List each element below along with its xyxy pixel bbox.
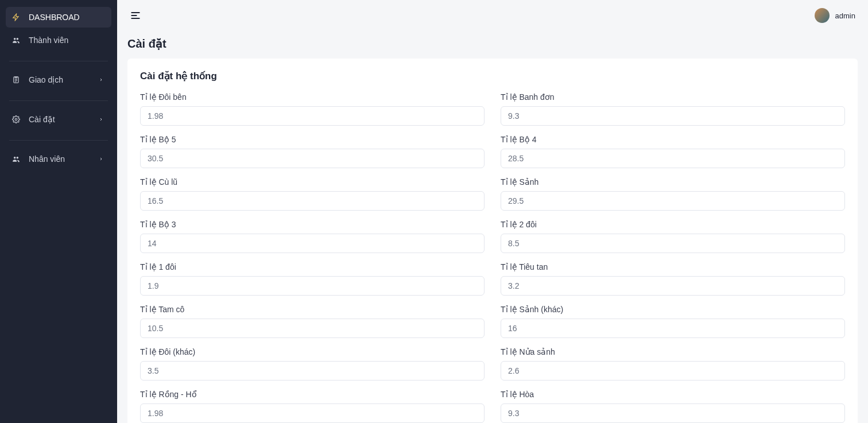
field-input[interactable] [140, 276, 485, 296]
svg-point-5 [17, 157, 18, 159]
form-field: Tỉ lệ Nửa sảnh [501, 347, 845, 381]
field-label: Tỉ lệ Đôi bên [140, 92, 485, 102]
field-input[interactable] [140, 191, 485, 211]
field-input[interactable] [140, 319, 485, 338]
users-icon [11, 36, 21, 45]
settings-card: Cài đặt hệ thống Tỉ lệ Đôi bênTỉ lệ Banh… [127, 59, 858, 423]
form-field: Tỉ lệ Tam cô [140, 305, 485, 338]
sidebar: DASHBROAD Thành viên Giao dịch Cài đặt [0, 0, 117, 423]
field-input[interactable] [140, 403, 485, 423]
form-field: Tỉ lệ Hòa [501, 390, 845, 423]
field-label: Tỉ lệ Sảnh [501, 177, 845, 187]
gear-icon [11, 115, 21, 124]
sidebar-divider [9, 140, 108, 141]
field-label: Tỉ lệ Tiêu tan [501, 262, 845, 271]
form-field: Tỉ lệ Rồng - Hổ [140, 390, 485, 423]
app: DASHBROAD Thành viên Giao dịch Cài đặt [0, 0, 868, 423]
sidebar-item-transactions[interactable]: Giao dịch [6, 69, 111, 90]
settings-form: Tỉ lệ Đôi bênTỉ lệ Banh đơnTỉ lệ Bộ 5Tỉ … [140, 92, 845, 423]
user-name: admin [835, 11, 855, 20]
field-input[interactable] [501, 149, 845, 168]
form-field: Tỉ lệ Đôi (khác) [140, 347, 485, 381]
field-label: Tỉ lệ Banh đơn [501, 92, 845, 102]
avatar [815, 8, 830, 23]
field-label: Tỉ lệ Bộ 3 [140, 220, 485, 229]
menu-toggle-button[interactable] [127, 7, 144, 24]
form-field: Tỉ lệ Cù lũ [140, 177, 485, 211]
svg-point-4 [14, 157, 16, 159]
field-label: Tỉ lệ Hòa [501, 390, 845, 399]
form-field: Tỉ lệ Tiêu tan [501, 262, 845, 296]
form-field: Tỉ lệ Sảnh [501, 177, 845, 211]
staff-icon [11, 154, 21, 164]
field-input[interactable] [501, 234, 845, 253]
field-input[interactable] [140, 234, 485, 253]
sidebar-divider [9, 61, 108, 61]
field-label: Tỉ lệ Sảnh (khác) [501, 305, 845, 314]
sidebar-item-label: Cài đặt [29, 115, 88, 124]
sidebar-item-label: Nhân viên [29, 154, 88, 164]
sidebar-item-staff[interactable]: Nhân viên [6, 149, 111, 169]
user-menu[interactable]: admin [815, 8, 855, 23]
field-input[interactable] [501, 106, 845, 126]
sidebar-item-label: Thành viên [29, 36, 106, 45]
clipboard-icon [11, 75, 21, 84]
form-field: Tỉ lệ 2 đôi [501, 220, 845, 253]
field-label: Tỉ lệ Nửa sảnh [501, 347, 845, 356]
bolt-icon [11, 13, 21, 22]
form-field: Tỉ lệ Bộ 4 [501, 135, 845, 168]
field-input[interactable] [140, 106, 485, 126]
page-title: Cài đặt [117, 31, 868, 59]
field-input[interactable] [501, 276, 845, 296]
topbar: admin [117, 0, 868, 31]
form-field: Tỉ lệ Đôi bên [140, 92, 485, 126]
chevron-right-icon [96, 154, 106, 164]
form-field: Tỉ lệ Banh đơn [501, 92, 845, 126]
field-input[interactable] [501, 403, 845, 423]
sidebar-divider [9, 100, 108, 101]
field-label: Tỉ lệ Bộ 4 [501, 135, 845, 144]
field-label: Tỉ lệ Rồng - Hổ [140, 390, 485, 399]
field-label: Tỉ lệ Đôi (khác) [140, 347, 485, 356]
field-input[interactable] [140, 149, 485, 168]
form-field: Tỉ lệ Bộ 3 [140, 220, 485, 253]
field-input[interactable] [501, 361, 845, 381]
content: Cài đặt hệ thống Tỉ lệ Đôi bênTỉ lệ Banh… [117, 59, 868, 423]
field-label: Tỉ lệ 2 đôi [501, 220, 845, 229]
sidebar-item-settings[interactable]: Cài đặt [6, 109, 111, 130]
card-title: Cài đặt hệ thống [140, 70, 845, 82]
field-label: Tỉ lệ Bộ 5 [140, 135, 485, 144]
svg-point-3 [15, 118, 17, 121]
svg-point-1 [17, 38, 18, 40]
sidebar-item-label: DASHBROAD [29, 13, 106, 22]
field-label: Tỉ lệ Tam cô [140, 305, 485, 314]
field-input[interactable] [140, 361, 485, 381]
form-field: Tỉ lệ Sảnh (khác) [501, 305, 845, 338]
field-input[interactable] [501, 319, 845, 338]
sidebar-item-dashboard[interactable]: DASHBROAD [6, 7, 111, 28]
chevron-right-icon [96, 75, 106, 84]
field-label: Tỉ lệ 1 đôi [140, 262, 485, 271]
main: admin Cài đặt Cài đặt hệ thống Tỉ lệ Đôi… [117, 0, 868, 423]
field-label: Tỉ lệ Cù lũ [140, 177, 485, 187]
form-field: Tỉ lệ 1 đôi [140, 262, 485, 296]
chevron-right-icon [96, 115, 106, 124]
sidebar-item-label: Giao dịch [29, 75, 88, 84]
form-field: Tỉ lệ Bộ 5 [140, 135, 485, 168]
svg-point-0 [14, 38, 16, 40]
field-input[interactable] [501, 191, 845, 211]
sidebar-item-members[interactable]: Thành viên [6, 30, 111, 51]
